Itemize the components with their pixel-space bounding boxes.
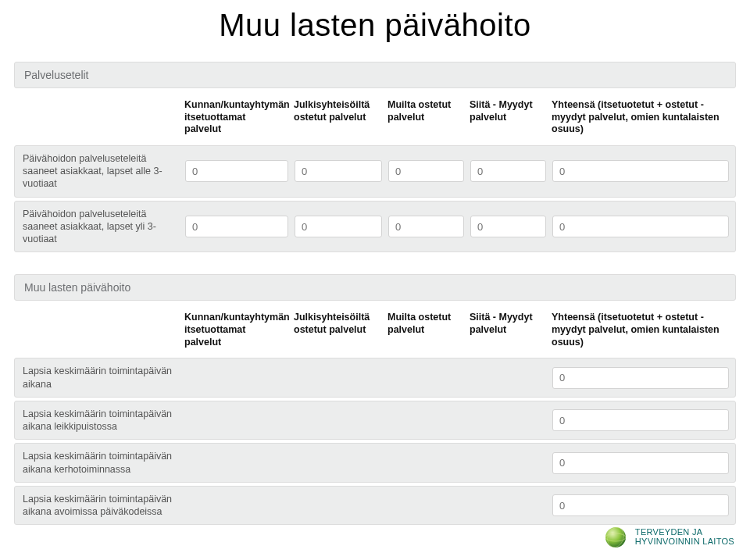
table1-col-yhteensa: Yhteensä (itsetuotetut + ostetut - myydy…	[545, 95, 736, 142]
table2-row: Lapsia keskimäärin toimintapäivän aikana…	[14, 443, 736, 483]
value-input[interactable]	[552, 367, 729, 389]
table2-col-empty	[14, 307, 178, 355]
table1-row: Päivähoidon palveluseteleitä saaneet asi…	[14, 145, 736, 198]
table1-col-itsetuottamat: Kunnan/kuntayhtymän itsetuottamat palvel…	[178, 95, 288, 142]
thl-logo: TERVEYDEN JA HYVINVOINNIN LAITOS	[604, 526, 734, 549]
empty-cell	[182, 375, 549, 381]
globe-icon	[604, 526, 627, 549]
table1-col-muilta: Muilta ostetut palvelut	[381, 95, 463, 142]
table1-row: Päivähoidon palveluseteleitä saaneet asi…	[14, 201, 736, 253]
section-header-muu-lasten: Muu lasten päivähoito	[14, 274, 736, 301]
table2-header-row: Kunnan/kuntayhtymän itsetuottamat palvel…	[14, 307, 736, 355]
value-input[interactable]	[552, 494, 729, 516]
svg-point-0	[605, 527, 626, 548]
value-input[interactable]	[470, 216, 546, 237]
table2-row: Lapsia keskimäärin toimintapäivän aikana	[14, 358, 736, 398]
logo-line2: HYVINVOINNIN LAITOS	[635, 537, 734, 547]
value-input[interactable]	[552, 216, 729, 237]
page-title: Muu lasten päivähoito	[14, 0, 736, 57]
row-label: Päivähoidon palveluseteleitä saaneet asi…	[18, 206, 182, 248]
table2-col-muilta: Muilta ostetut palvelut	[381, 307, 463, 355]
value-input[interactable]	[185, 160, 288, 182]
empty-cell	[182, 417, 549, 423]
table2-col-myydyt: Siitä - Myydyt palvelut	[463, 307, 545, 355]
spacer	[14, 255, 736, 269]
row-label: Lapsia keskimäärin toimintapäivän aikana…	[18, 491, 182, 520]
value-input[interactable]	[388, 216, 464, 237]
value-input[interactable]	[470, 160, 546, 182]
empty-cell	[182, 502, 549, 508]
table1-col-myydyt: Siitä - Myydyt palvelut	[463, 95, 545, 142]
value-input[interactable]	[185, 216, 288, 237]
section-header-palvelusetelit: Palvelusetelit	[14, 62, 736, 88]
table2-row: Lapsia keskimäärin toimintapäivän aikana…	[14, 401, 736, 441]
table1-header-row: Kunnan/kuntayhtymän itsetuottamat palvel…	[14, 95, 736, 142]
value-input[interactable]	[295, 160, 382, 182]
value-input[interactable]	[552, 409, 729, 431]
value-input[interactable]	[295, 216, 382, 237]
table2-row: Lapsia keskimäärin toimintapäivän aikana…	[14, 486, 736, 526]
table2-col-julkisyhteisoilta: Julkisyhteisöiltä ostetut palvelut	[288, 307, 381, 355]
row-label: Päivähoidon palveluseteleitä saaneet asi…	[18, 151, 182, 192]
value-input[interactable]	[388, 160, 464, 182]
value-input[interactable]	[552, 160, 729, 182]
row-label: Lapsia keskimäärin toimintapäivän aikana…	[18, 406, 182, 435]
empty-cell	[182, 460, 549, 466]
table2-col-yhteensa: Yhteensä (itsetuotetut + ostetut - myydy…	[545, 307, 736, 355]
table1-col-empty	[14, 95, 178, 142]
value-input[interactable]	[552, 452, 729, 474]
table1-col-julkisyhteisoilta: Julkisyhteisöiltä ostetut palvelut	[288, 95, 381, 142]
row-label: Lapsia keskimäärin toimintapäivän aikana	[18, 363, 182, 392]
page: Muu lasten päivähoito Palvelusetelit Kun…	[0, 0, 750, 560]
logo-text: TERVEYDEN JA HYVINVOINNIN LAITOS	[635, 528, 734, 546]
row-label: Lapsia keskimäärin toimintapäivän aikana…	[18, 448, 182, 477]
table2-col-itsetuottamat: Kunnan/kuntayhtymän itsetuottamat palvel…	[178, 307, 288, 355]
